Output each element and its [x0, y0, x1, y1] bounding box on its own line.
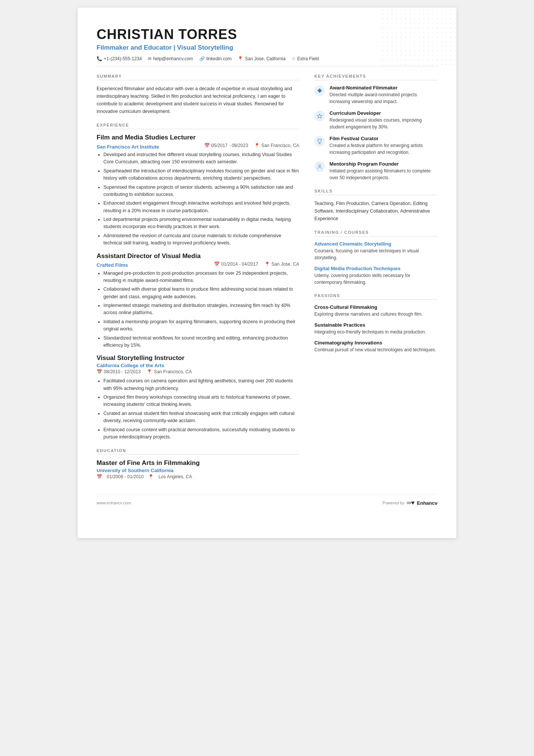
- job-2: Visual Storytelling Instructor Californi…: [97, 354, 299, 441]
- achievement-3: Mentorship Program Founder Initiated pro…: [314, 161, 437, 181]
- passion-0-title: Cross-Cultural Filmmaking: [314, 304, 437, 310]
- job-0: Film and Media Studies Lecturer San Fran…: [97, 134, 299, 247]
- passion-2: Cinematography Innovations Continual pur…: [314, 340, 437, 353]
- job-1-title: Assistant Director of Visual Media: [97, 252, 299, 260]
- job-1-meta-row: Crafted Films 📅 01/2014 - 04/2017 📍 San …: [97, 261, 299, 270]
- list-item: Administered the revision of curricula a…: [103, 232, 299, 247]
- extra-text: Extra Field: [297, 56, 319, 61]
- job-2-bullets: Facilitated courses on camera operation …: [97, 377, 299, 441]
- list-item: Facilitated courses on camera operation …: [103, 377, 299, 392]
- training-0: Advanced Cinematic Storytelling Coursera…: [314, 241, 437, 261]
- footer-powered-by: Powered by ∞♥ Enhancv: [383, 499, 437, 506]
- svg-marker-0: [317, 88, 322, 93]
- achievement-0-icon: [314, 85, 325, 96]
- footer: www.enhancv.com Powered by ∞♥ Enhancv: [97, 495, 437, 506]
- achievement-3-desc: Initiated program assisting filmmakers t…: [329, 167, 437, 181]
- link-icon: 🔗: [199, 56, 205, 61]
- email-text: help@enhancv.com: [153, 56, 193, 61]
- achievement-2-desc: Created a festival platform for emerging…: [329, 142, 437, 156]
- contact-phone: 📞 +1-(234)-555-1234: [97, 56, 142, 61]
- contact-email: ✉ help@enhancv.com: [148, 56, 193, 61]
- contact-extra: ☆ Extra Field: [292, 56, 319, 61]
- enhancv-logo-icon: ∞♥: [407, 499, 415, 506]
- job-0-location: 📍 San Francisco, CA: [254, 143, 299, 148]
- job-1-location: 📍 San Jose, CA: [264, 261, 299, 267]
- achievements-section-title: KEY ACHIEVEMENTS: [314, 74, 437, 80]
- list-item: Enhanced student engagement through inte…: [103, 200, 299, 214]
- job-0-title: Film and Media Studies Lecturer: [97, 134, 299, 141]
- training-1: Digital Media Production Techniques Udem…: [314, 266, 437, 286]
- job-1-meta: 📅 01/2014 - 04/2017 📍 San Jose, CA: [214, 261, 299, 267]
- dots-decoration: [381, 8, 456, 68]
- job-1-dates: 📅 01/2014 - 04/2017: [214, 261, 258, 267]
- job-1-bullets: Managed pre-production to post-productio…: [97, 270, 299, 349]
- calendar-icon-edu: 📅: [97, 474, 102, 479]
- passions-section-title: PASSIONS: [314, 293, 437, 300]
- passion-2-title: Cinematography Innovations: [314, 340, 437, 346]
- passion-0-desc: Exploring diverse narratives and culture…: [314, 311, 437, 318]
- list-item: Implemented strategic marketing and dist…: [103, 302, 299, 317]
- achievement-1-title: Curriculum Developer: [329, 110, 437, 116]
- passion-1: Sustainable Practices Integrating eco-fr…: [314, 322, 437, 335]
- achievement-1-content: Curriculum Developer Redesigned visual s…: [329, 110, 437, 130]
- training-1-title: Digital Media Production Techniques: [314, 266, 437, 271]
- linkedin-text: linkedin.com: [206, 56, 232, 61]
- trophy-icon: [317, 139, 322, 144]
- svg-marker-1: [317, 114, 322, 118]
- achievement-1: Curriculum Developer Redesigned visual s…: [314, 110, 437, 130]
- list-item: Spearheaded the introduction of interdis…: [103, 167, 299, 182]
- job-2-location: 📍 San Francisco, CA: [147, 369, 192, 374]
- education-section-title: EDUCATION: [97, 448, 299, 455]
- contact-location: 📍 San Jose, California: [237, 56, 285, 61]
- calendar-icon-2: 📅: [97, 369, 102, 374]
- location-icon-edu: 📍: [148, 474, 154, 479]
- job-2-company: California College of the Arts: [97, 363, 299, 368]
- location-icon-0: 📍: [254, 143, 260, 148]
- job-0-meta: 📅 05/2017 - 09/2023 📍 San Francisco, CA: [204, 143, 299, 148]
- powered-by-label: Powered by: [383, 501, 404, 505]
- resume-page: CHRISTIAN TORRES Filmmaker and Educator …: [78, 8, 456, 538]
- experience-section-title: EXPERIENCE: [97, 123, 299, 129]
- list-item: Developed and instructed five different …: [103, 151, 299, 166]
- achievement-1-desc: Redesigned visual studies courses, impro…: [329, 117, 437, 130]
- location-icon-2: 📍: [147, 369, 152, 374]
- job-2-dates: 📅 08/2010 - 12/2013: [97, 369, 141, 374]
- training-section-title: TRAINING / COURSES: [314, 230, 437, 236]
- list-item: Enhanced course content with practical d…: [103, 426, 299, 441]
- achievement-0: Award-Nominated Filmmaker Directed multi…: [314, 85, 437, 105]
- job-0-bullets: Developed and instructed five different …: [97, 151, 299, 247]
- calendar-icon-1: 📅: [214, 261, 220, 267]
- summary-section-title: SUMMARY: [97, 74, 299, 80]
- job-0-company: San Francisco Art Institute: [97, 144, 159, 150]
- training-0-desc: Coursera, focusing on narrative techniqu…: [314, 247, 437, 261]
- calendar-icon: 📅: [204, 143, 210, 148]
- achievement-2: Film Festival Curator Created a festival…: [314, 136, 437, 156]
- list-item: Led departmental projects promoting envi…: [103, 216, 299, 231]
- list-item: Organized film theory workshops connecti…: [103, 394, 299, 409]
- passion-0: Cross-Cultural Filmmaking Exploring dive…: [314, 304, 437, 318]
- diamond-icon: [317, 88, 322, 93]
- achievement-0-title: Award-Nominated Filmmaker: [329, 85, 437, 91]
- job-2-meta: 📅 08/2010 - 12/2013 📍 San Francisco, CA: [97, 369, 299, 374]
- achievement-0-content: Award-Nominated Filmmaker Directed multi…: [329, 85, 437, 105]
- contact-linkedin: 🔗 linkedin.com: [199, 56, 232, 61]
- list-item: Initiated a mentorship program for aspir…: [103, 318, 299, 333]
- passion-2-desc: Continual pursuit of new visual technolo…: [314, 346, 437, 353]
- passion-1-desc: Integrating eco-friendly techniques in m…: [314, 329, 437, 335]
- edu-0: Master of Fine Arts in Filmmaking Univer…: [97, 459, 299, 479]
- achievement-2-content: Film Festival Curator Created a festival…: [329, 136, 437, 156]
- star-icon-svg: [317, 113, 322, 119]
- job-2-title: Visual Storytelling Instructor: [97, 354, 299, 362]
- edu-0-meta: 📅 01/2008 - 01/2010 📍 Los Angeles, CA: [97, 474, 299, 479]
- svg-point-4: [319, 165, 321, 167]
- right-column: KEY ACHIEVEMENTS Award-Nominated Filmmak…: [314, 74, 437, 479]
- main-layout: SUMMARY Experienced filmmaker and educat…: [97, 74, 437, 479]
- skills-section-title: SKILLS: [314, 189, 437, 195]
- job-0-dates: 📅 05/2017 - 09/2023: [204, 143, 248, 148]
- skills-text: Teaching, Film Production, Camera Operat…: [314, 200, 437, 222]
- list-item: Curated an annual student film festival …: [103, 410, 299, 425]
- phone-icon: 📞: [97, 56, 102, 61]
- edu-0-school: University of Southern California: [97, 468, 299, 473]
- left-column: SUMMARY Experienced filmmaker and educat…: [97, 74, 299, 479]
- summary-text: Experienced filmmaker and educator with …: [97, 85, 299, 115]
